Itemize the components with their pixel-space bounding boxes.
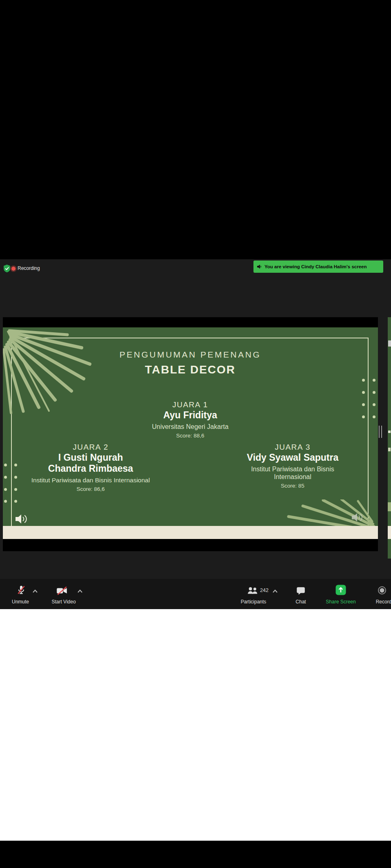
winner-name: Ayu Friditya: [125, 410, 255, 421]
participants-button[interactable]: Participants: [241, 599, 267, 605]
winner-score: Score: 86,6: [9, 486, 172, 492]
palm-leaf-top-left-icon: [3, 327, 129, 415]
slide-letterbox-top: [3, 317, 378, 327]
record-button[interactable]: Record: [376, 599, 391, 605]
sliver-fragment: [388, 448, 391, 451]
decor-dot: [14, 500, 17, 503]
slide-audio-speaker-right-icon: [351, 512, 364, 523]
top-letterbox: [0, 0, 391, 259]
winner-score: Score: 85: [235, 483, 350, 489]
winner-block-juara-3: JUARA 3 Vidy Syawal Saputra Institut Par…: [235, 443, 350, 489]
bottom-white-area: [0, 609, 391, 841]
winner-block-juara-1: JUARA 1 Ayu Friditya Universitas Negeri …: [125, 401, 255, 439]
sliver-fragment: [388, 526, 391, 539]
share-screen-icon[interactable]: [335, 585, 346, 595]
winner-rank: JUARA 3: [235, 443, 350, 451]
winner-institution: Institut Pariwisata dan Bisnis Internasi…: [242, 465, 344, 481]
vertical-scrollbar[interactable]: [379, 426, 382, 438]
winner-score: Score: 88,6: [125, 433, 255, 439]
winner-rank: JUARA 1: [125, 401, 255, 409]
record-icon[interactable]: [377, 585, 387, 595]
decor-dot: [362, 379, 365, 382]
slide-cream-strip: [3, 526, 378, 539]
winner-name: I Gusti Ngurah Chandra Rimbaesa: [40, 452, 142, 474]
decor-dot: [373, 403, 375, 406]
decor-dot: [14, 464, 17, 466]
decor-dot: [362, 391, 365, 394]
video-options-caret-icon[interactable]: [78, 590, 82, 593]
security-shield-icon[interactable]: [4, 265, 10, 272]
share-screen-button[interactable]: Share Screen: [326, 599, 355, 605]
adjacent-content-sliver: [388, 317, 391, 559]
banner-speaker-icon: [257, 264, 262, 269]
shared-slide: PENGUMUMAN PEMENANG TABLE DECOR JUARA 1 …: [3, 327, 378, 539]
unmute-button[interactable]: Unmute: [12, 599, 29, 605]
decor-dot: [4, 464, 7, 466]
slide-letterbox-bottom: [3, 539, 378, 551]
participants-caret-icon[interactable]: [273, 590, 278, 593]
decor-dot: [14, 488, 17, 491]
decor-dot: [373, 379, 375, 382]
sliver-fragment: [388, 502, 391, 511]
winner-block-juara-2: JUARA 2 I Gusti Ngurah Chandra Rimbaesa …: [9, 443, 172, 492]
decor-dot: [373, 391, 375, 394]
mic-muted-icon[interactable]: [16, 585, 27, 595]
decor-dot: [14, 476, 17, 479]
start-video-button[interactable]: Start Video: [51, 599, 76, 605]
winner-rank: JUARA 2: [9, 443, 172, 451]
chat-icon[interactable]: [296, 586, 306, 596]
winner-institution: Institut Pariwisata dan Bisnis Internasi…: [9, 476, 172, 484]
slide-subtitle: TABLE DECOR: [145, 363, 235, 376]
slide-audio-speaker-left-icon: [15, 513, 29, 525]
recording-dot-icon: [11, 267, 16, 271]
viewing-screen-banner: You are viewing Cindy Claudia Halim's sc…: [253, 261, 383, 273]
chat-button[interactable]: Chat: [295, 599, 306, 605]
winner-institution: Universitas Negeri Jakarta: [125, 423, 255, 431]
sliver-fragment: [388, 431, 391, 433]
bottom-letterbox: [0, 841, 391, 868]
decor-dot: [373, 415, 375, 418]
participants-icon[interactable]: [247, 586, 258, 595]
sliver-fragment: [388, 340, 391, 347]
camera-off-icon[interactable]: [56, 586, 68, 596]
recording-indicator-label: Recording: [18, 265, 40, 271]
decor-dot: [4, 500, 7, 503]
unmute-options-caret-icon[interactable]: [33, 590, 38, 593]
viewing-screen-banner-text: You are viewing Cindy Claudia Halim's sc…: [264, 264, 367, 269]
decor-dot: [4, 488, 7, 491]
winner-name: Vidy Syawal Saputra: [235, 452, 350, 463]
decor-dot: [4, 476, 7, 479]
decor-dot: [362, 415, 365, 418]
participants-count: 242: [260, 588, 269, 593]
screenshot-root: Recording You are viewing Cindy Claudia …: [0, 0, 391, 868]
slide-title: PENGUMUMAN PEMENANG: [120, 350, 261, 360]
decor-dot: [362, 403, 365, 406]
